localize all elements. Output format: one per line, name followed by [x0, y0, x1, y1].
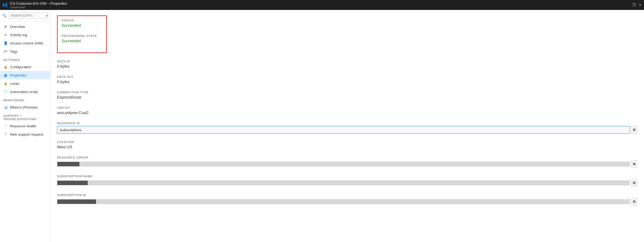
- copy-icon: ⧉: [633, 181, 635, 185]
- sidebar: 🔍 « ⊙ Overview ≡ Activity log 👤 Access c…: [0, 10, 50, 242]
- location-value: West US: [57, 145, 637, 149]
- search-icon: 🔍: [2, 14, 7, 18]
- connection-type-value: ExpressRoute: [57, 95, 637, 99]
- resource-group-group: RESOURCE GROUP ⧉: [57, 156, 637, 168]
- status-value: Succeeded: [61, 23, 102, 28]
- monitoring-section-label: MONITORING: [0, 96, 50, 103]
- copy-icon: ⧉: [633, 128, 635, 132]
- status-label: STATUS: [61, 19, 102, 22]
- sidebar-item-label: Configuration: [10, 65, 31, 69]
- subscription-name-group: SUBSCRIPTION NAME ⧉: [57, 175, 637, 187]
- support-section-label: SUPPORT + TROUBLESHOOTING: [0, 111, 50, 122]
- circuit-group: CIRCUIT wus-pvtpvw-Cust2: [57, 106, 637, 115]
- sidebar-item-resource-health[interactable]: ♡ Resource health: [0, 122, 50, 130]
- subscription-id-light: [96, 199, 630, 204]
- sidebar-item-label: Locks: [10, 81, 19, 86]
- window-title: CS-Customer-EXr-GW – Properties: [10, 1, 632, 6]
- close-button[interactable]: ×: [639, 3, 641, 7]
- connection-type-group: CONNECTION TYPE ExpressRoute: [57, 91, 637, 99]
- resource-id-group: RESOURCE ID ⧉: [57, 122, 637, 134]
- title-bar: CS-Customer-EXr-GW – Properties Connecti…: [0, 0, 644, 10]
- copy-icon: ⧉: [633, 162, 635, 166]
- resource-group-bar: [57, 162, 630, 167]
- properties-icon: ▦: [3, 73, 8, 77]
- resource-group-copy-button[interactable]: ⧉: [631, 160, 637, 168]
- resource-id-copy-button[interactable]: ⧉: [631, 126, 637, 134]
- subscription-name-light: [88, 181, 630, 185]
- data-in-label: DATA IN: [57, 60, 637, 63]
- subscription-id-label: SUBSCRIPTION ID: [57, 193, 637, 197]
- resource-group-label: RESOURCE GROUP: [57, 156, 637, 159]
- resource-health-icon: ♡: [3, 124, 8, 128]
- sidebar-item-label: Tags: [10, 49, 17, 54]
- access-control-icon: 👤: [3, 41, 8, 45]
- status-provisioning-box: STATUS Succeeded PROVISIONING STATE Succ…: [57, 15, 107, 53]
- subscription-name-bar: [57, 180, 630, 185]
- subscription-name-label: SUBSCRIPTION NAME: [57, 175, 637, 178]
- sidebar-item-activity-log[interactable]: ≡ Activity log: [0, 31, 50, 39]
- subscription-name-dark: [57, 181, 88, 185]
- resource-id-input[interactable]: [57, 126, 630, 134]
- status-group: STATUS Succeeded: [61, 19, 102, 28]
- subscription-name-row: ⧉: [57, 179, 637, 187]
- provisioning-state-group: PROVISIONING STATE Succeeded: [61, 34, 102, 43]
- sidebar-item-new-support-request[interactable]: ? New support request: [0, 130, 50, 138]
- sidebar-item-label: Overview: [10, 25, 25, 29]
- new-support-request-icon: ?: [3, 132, 8, 136]
- data-out-value: 0 bytes: [57, 80, 637, 84]
- sidebar-item-metrics[interactable]: 📊 Metrics (Preview): [0, 103, 50, 111]
- resource-group-light: [79, 162, 630, 166]
- data-out-label: DATA OUT: [57, 75, 637, 78]
- sidebar-item-tags[interactable]: 🏷 Tags: [0, 47, 50, 56]
- circuit-value: wus-pvtpvw-Cust2: [57, 111, 637, 115]
- window-controls: ❐ ×: [632, 3, 641, 7]
- subscription-id-row: ⧉: [57, 198, 637, 206]
- sidebar-item-properties[interactable]: ▦ Properties: [0, 71, 50, 79]
- subscription-id-copy-button[interactable]: ⧉: [631, 198, 637, 206]
- subscription-name-copy-button[interactable]: ⧉: [631, 179, 637, 187]
- sidebar-item-label: Properties: [10, 73, 26, 77]
- search-input[interactable]: [8, 12, 48, 19]
- sidebar-item-label: Automation script: [10, 90, 38, 94]
- location-group: LOCATION West US: [57, 140, 637, 149]
- sidebar-item-configuration[interactable]: 🔒 Configuration: [0, 63, 50, 71]
- sidebar-search-container: 🔍 «: [0, 10, 50, 21]
- resource-id-row: ⧉: [57, 126, 637, 134]
- main-content: STATUS Succeeded PROVISIONING STATE Succ…: [50, 10, 644, 242]
- subscription-id-bar: [57, 199, 630, 204]
- data-out-group: DATA OUT 0 bytes: [57, 75, 637, 84]
- app-icon: [3, 3, 8, 7]
- sidebar-item-automation-script[interactable]: 📄 Automation script: [0, 88, 50, 96]
- circuit-label: CIRCUIT: [57, 106, 637, 109]
- sidebar-item-locks[interactable]: 🔒 Locks: [0, 79, 50, 88]
- sidebar-item-label: Resource health: [10, 124, 36, 128]
- collapse-button[interactable]: «: [44, 13, 50, 18]
- subscription-id-group: SUBSCRIPTION ID ⧉: [57, 193, 637, 206]
- location-label: LOCATION: [57, 140, 637, 144]
- resource-group-dark: [57, 162, 79, 166]
- resource-group-row: ⧉: [57, 160, 637, 168]
- provisioning-state-label: PROVISIONING STATE: [61, 34, 102, 38]
- sidebar-item-access-control[interactable]: 👤 Access control (IAM): [0, 39, 50, 47]
- restore-button[interactable]: ❐: [632, 3, 636, 7]
- copy-icon: ⧉: [633, 199, 635, 204]
- metrics-icon: 📊: [3, 105, 8, 109]
- sidebar-item-overview[interactable]: ⊙ Overview: [0, 22, 50, 31]
- locks-icon: 🔒: [3, 81, 8, 86]
- sidebar-nav: ⊙ Overview ≡ Activity log 👤 Access contr…: [0, 21, 50, 242]
- tags-icon: 🏷: [3, 49, 8, 54]
- automation-script-icon: 📄: [3, 90, 8, 94]
- sidebar-item-label: Activity log: [10, 33, 27, 37]
- data-in-group: DATA IN 0 bytes: [57, 60, 637, 69]
- activity-log-icon: ≡: [3, 33, 8, 37]
- window-subtitle: Connection: [10, 6, 632, 9]
- data-in-value: 0 bytes: [57, 64, 637, 69]
- sidebar-item-label: Access control (IAM): [10, 41, 43, 45]
- settings-section-label: SETTINGS: [0, 56, 50, 63]
- provisioning-state-value: Succeeded: [61, 39, 102, 43]
- subscription-id-dark: [57, 199, 96, 204]
- sidebar-item-label: Metrics (Preview): [10, 105, 38, 109]
- resource-id-label: RESOURCE ID: [57, 122, 637, 125]
- configuration-icon: 🔒: [3, 65, 8, 69]
- overview-icon: ⊙: [3, 24, 8, 29]
